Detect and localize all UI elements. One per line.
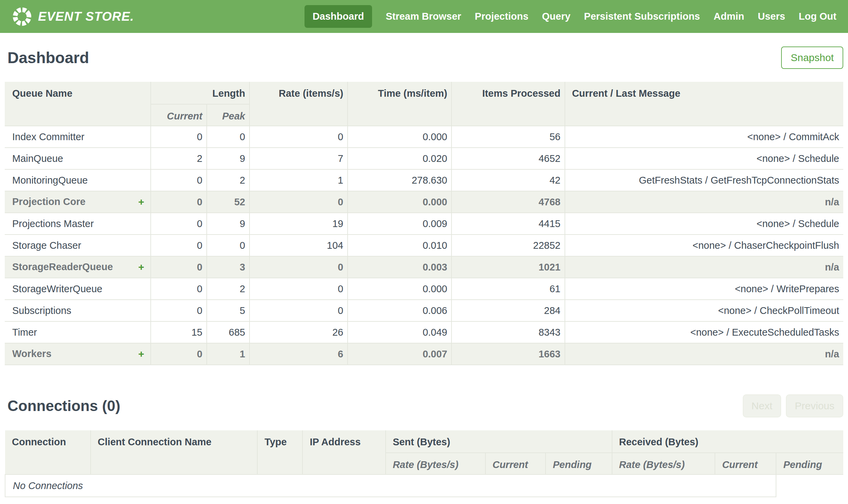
snapshot-button[interactable]: Snapshot	[781, 47, 843, 69]
nav-item-users[interactable]: Users	[758, 5, 785, 28]
event-store-logo-icon	[12, 6, 33, 27]
queue-current-cell: 0	[151, 256, 207, 278]
nav-item-projections[interactable]: Projections	[475, 5, 528, 28]
queue-row: MainQueue2970.0204652<none> / Schedule	[5, 148, 843, 169]
expand-queue-group-button[interactable]: +	[138, 261, 146, 273]
queue-name-cell: MonitoringQueue	[5, 169, 151, 191]
queue-message-cell: <none> / CheckPollTimeout	[565, 300, 843, 321]
queue-peak-cell: 2	[207, 278, 250, 300]
queue-name: Projections Master	[12, 218, 94, 229]
queue-name: Timer	[12, 327, 37, 338]
nav-item-persistent-subscriptions[interactable]: Persistent Subscriptions	[584, 5, 700, 28]
nav-item-dashboard[interactable]: Dashboard	[305, 5, 372, 28]
queue-name: Projection Core	[12, 196, 86, 207]
queue-current-cell: 0	[151, 191, 207, 213]
queue-time-cell: 278.630	[348, 169, 451, 191]
queue-rate-cell: 0	[250, 278, 348, 300]
col-type: Type	[257, 430, 303, 474]
queue-time-cell: 0.010	[348, 235, 451, 256]
queue-name: Subscriptions	[12, 305, 71, 316]
queue-row: +StorageReaderQueue0300.0031021n/a	[5, 256, 843, 278]
queue-message-cell: <none> / ExecuteScheduledTasks	[565, 321, 843, 343]
connections-table-header: Connection Client Connection Name Type I…	[5, 430, 843, 474]
next-button[interactable]: Next	[743, 394, 781, 417]
queue-name-cell: +Workers	[5, 343, 151, 365]
queue-rate-cell: 0	[250, 191, 348, 213]
queue-peak-cell: 5	[207, 300, 250, 321]
queue-message-cell: <none> / ChaserCheckpointFlush	[565, 235, 843, 256]
col-connection: Connection	[5, 430, 91, 474]
connections-title: Connections (0)	[7, 397, 120, 414]
connections-table: Connection Client Connection Name Type I…	[5, 430, 843, 497]
nav-item-admin[interactable]: Admin	[714, 5, 744, 28]
col-rate: Rate (items/s)	[250, 82, 348, 126]
queue-row: Timer15685260.0498343<none> / ExecuteSch…	[5, 321, 843, 343]
connections-empty-row: No Connections	[5, 474, 843, 497]
queue-peak-cell: 0	[207, 235, 250, 256]
col-received-current: Current	[715, 453, 776, 474]
expand-queue-group-button[interactable]: +	[138, 196, 146, 208]
queue-rate-cell: 0	[250, 126, 348, 148]
queue-name-cell: Projections Master	[5, 213, 151, 235]
queue-name: Workers	[12, 348, 52, 359]
page-title: Dashboard	[7, 49, 89, 67]
no-connections-label: No Connections	[5, 474, 776, 497]
queue-name: MainQueue	[12, 153, 63, 164]
queue-peak-cell: 52	[207, 191, 250, 213]
brand-name: EVENT STORE.	[38, 10, 134, 24]
queues-table-body: Index Committer0000.00056<none> / Commit…	[5, 126, 843, 365]
queue-items-cell: 4652	[451, 148, 564, 169]
queue-items-cell: 42	[451, 169, 564, 191]
col-ip-address: IP Address	[303, 430, 385, 474]
queue-name-cell: Index Committer	[5, 126, 151, 148]
queue-peak-cell: 685	[207, 321, 250, 343]
queue-name-cell: MainQueue	[5, 148, 151, 169]
queue-peak-cell: 2	[207, 169, 250, 191]
queue-rate-cell: 7	[250, 148, 348, 169]
queue-time-cell: 0.006	[348, 300, 451, 321]
queue-name: StorageWriterQueue	[12, 283, 102, 294]
col-length-peak: Peak	[207, 104, 250, 126]
queue-peak-cell: 1	[207, 343, 250, 365]
queue-peak-cell: 9	[207, 213, 250, 235]
queue-row: Projections Master09190.0094415<none> / …	[5, 213, 843, 235]
queue-items-cell: 1021	[451, 256, 564, 278]
queue-time-cell: 0.049	[348, 321, 451, 343]
nav-item-query[interactable]: Query	[542, 5, 571, 28]
col-items-processed: Items Processed	[451, 82, 564, 126]
queue-name-cell: Subscriptions	[5, 300, 151, 321]
queue-row: Index Committer0000.00056<none> / Commit…	[5, 126, 843, 148]
queue-name-cell: Storage Chaser	[5, 235, 151, 256]
queue-current-cell: 0	[151, 278, 207, 300]
queue-message-cell: n/a	[565, 191, 843, 213]
expand-queue-group-button[interactable]: +	[138, 348, 146, 360]
queue-items-cell: 8343	[451, 321, 564, 343]
queue-time-cell: 0.009	[348, 213, 451, 235]
queue-rate-cell: 1	[250, 169, 348, 191]
queue-current-cell: 0	[151, 126, 207, 148]
col-time: Time (ms/item)	[348, 82, 451, 126]
queue-current-cell: 0	[151, 235, 207, 256]
nav-item-log-out[interactable]: Log Out	[799, 5, 836, 28]
queue-name-cell: +StorageReaderQueue	[5, 256, 151, 278]
nav-item-stream-browser[interactable]: Stream Browser	[386, 5, 461, 28]
queue-message-cell: GetFreshStats / GetFreshTcpConnectionSta…	[565, 169, 843, 191]
queue-rate-cell: 26	[250, 321, 348, 343]
queue-name-cell: StorageWriterQueue	[5, 278, 151, 300]
queue-time-cell: 0.020	[348, 148, 451, 169]
nav-menu: DashboardStream BrowserProjectionsQueryP…	[305, 5, 836, 28]
queue-rate-cell: 6	[250, 343, 348, 365]
queues-table-header: Queue Name Length Rate (items/s) Time (m…	[5, 82, 843, 126]
col-received-rate: Rate (Bytes/s)	[612, 453, 715, 474]
previous-button[interactable]: Previous	[786, 394, 843, 417]
col-sent-bytes: Sent (Bytes)	[386, 430, 612, 453]
queue-items-cell: 22852	[451, 235, 564, 256]
queue-row: +Workers0160.0071663n/a	[5, 343, 843, 365]
col-sent-rate: Rate (Bytes/s)	[386, 453, 485, 474]
col-sent-pending: Pending	[545, 453, 612, 474]
queues-table: Queue Name Length Rate (items/s) Time (m…	[5, 82, 843, 365]
queue-items-cell: 4768	[451, 191, 564, 213]
queue-row: +Projection Core05200.0004768n/a	[5, 191, 843, 213]
queue-row: Storage Chaser001040.01022852<none> / Ch…	[5, 235, 843, 256]
queue-message-cell: <none> / Schedule	[565, 148, 843, 169]
